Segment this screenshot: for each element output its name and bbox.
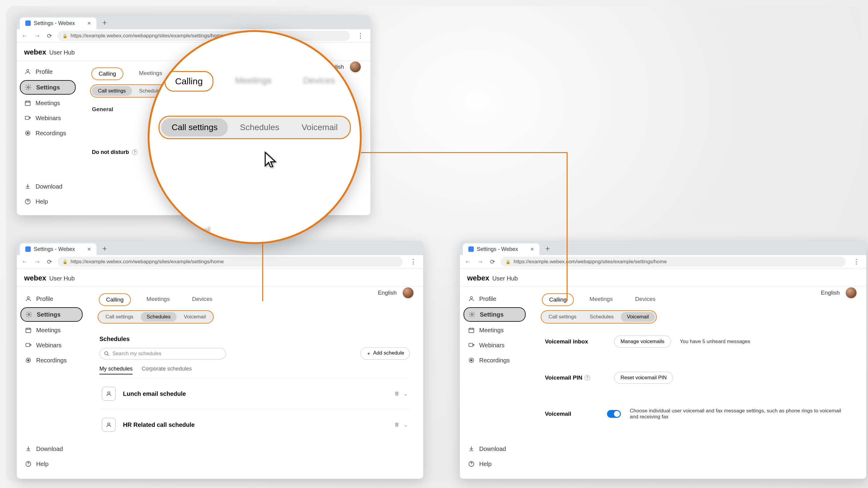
close-tab-icon[interactable]: ✕	[87, 21, 91, 26]
language-selector[interactable]: English	[821, 290, 840, 296]
schedule-name: Lunch email schedule	[123, 390, 186, 397]
sidebar-item-download[interactable]: Download	[464, 442, 526, 455]
browser-tab[interactable]: Settings - Webex ✕	[20, 18, 96, 29]
sidebar-item-profile[interactable]: Profile	[20, 65, 76, 78]
avatar[interactable]	[845, 287, 857, 299]
subtab-call-settings[interactable]: Call settings	[99, 312, 140, 322]
close-tab-icon[interactable]: ✕	[530, 247, 534, 252]
app-header: webex User Hub	[17, 268, 423, 287]
new-tab-button[interactable]: ＋	[101, 17, 108, 28]
browser-tab[interactable]: Settings - Webex ✕	[463, 243, 539, 255]
voicemail-toggle-row: Voicemail Choose individual user voicema…	[536, 396, 860, 432]
schedule-row[interactable]: Lunch email schedule 🗑⌄	[99, 378, 410, 409]
sidebar-item-profile[interactable]: Profile	[21, 292, 83, 305]
sidebar-label: Meetings	[36, 100, 60, 107]
browser-menu-button[interactable]: ⋮	[354, 31, 367, 41]
subtab-voicemail[interactable]: Voicemail	[291, 119, 348, 136]
tab-my-schedules[interactable]: My schedules	[99, 366, 133, 375]
voicemail-toggle[interactable]	[607, 410, 621, 418]
subtab-voicemail[interactable]: Voicemail	[178, 312, 212, 322]
info-icon[interactable]: ?	[132, 150, 137, 155]
subtab-voicemail[interactable]: Voicemail	[621, 312, 655, 322]
tab-calling[interactable]: Calling	[542, 293, 574, 306]
delete-icon[interactable]: 🗑	[395, 422, 399, 428]
schedule-row[interactable]: HR Related call schedule 🗑⌄	[99, 409, 410, 440]
add-schedule-button[interactable]: ＋Add schedule	[361, 347, 410, 360]
search-schedules-input[interactable]: Search my schedules	[99, 348, 226, 359]
subtab-call-settings[interactable]: Call settings	[542, 312, 583, 322]
svg-point-6	[27, 132, 29, 134]
reload-button[interactable]: ⟳	[46, 257, 53, 267]
sidebar-item-settings[interactable]: Settings	[20, 80, 76, 95]
tab-calling[interactable]: Calling	[99, 293, 131, 306]
sidebar-item-recordings[interactable]: Recordings	[464, 354, 526, 367]
forward-button[interactable]: →	[476, 257, 485, 266]
reset-pin-button[interactable]: Reset voicemail PIN	[614, 372, 673, 384]
sidebar-item-help[interactable]: Help	[21, 457, 83, 470]
chevron-down-icon[interactable]: ⌄	[404, 422, 407, 428]
sidebar-item-webinars[interactable]: Webinars	[20, 111, 76, 125]
add-label: Add schedule	[373, 350, 404, 357]
back-button[interactable]: ←	[21, 257, 29, 266]
forward-button[interactable]: →	[33, 257, 41, 266]
sidebar-item-help[interactable]: Help	[464, 457, 526, 470]
sidebar-item-webinars[interactable]: Webinars	[464, 338, 526, 352]
tab-devices[interactable]: Devices	[628, 293, 662, 306]
connector-line-to-voicemail-h	[361, 152, 567, 153]
tab-meetings[interactable]: Meetings	[140, 293, 176, 306]
sidebar-item-profile[interactable]: Profile	[464, 292, 526, 305]
tab-meetings[interactable]: Meetings	[132, 67, 169, 80]
address-bar[interactable]: 🔒 https://example.webex.com/webappng/sit…	[501, 257, 846, 267]
sidebar-item-meetings[interactable]: Meetings	[464, 324, 526, 337]
manage-voicemails-button[interactable]: Manage voicemails	[614, 335, 671, 348]
browser-menu-button[interactable]: ⋮	[850, 257, 863, 267]
sidebar-item-recordings[interactable]: Recordings	[20, 127, 76, 140]
new-tab-button[interactable]: ＋	[101, 243, 108, 254]
back-button[interactable]: ←	[21, 31, 29, 40]
tab-devices[interactable]: Devices	[185, 293, 219, 306]
language-selector[interactable]: English	[378, 290, 397, 296]
svg-rect-3	[25, 116, 29, 120]
close-tab-icon[interactable]: ✕	[87, 247, 91, 252]
sidebar-item-settings[interactable]: Settings	[464, 307, 526, 322]
address-bar[interactable]: 🔒 https://example.webex.com/webappng/sit…	[58, 31, 350, 41]
chevron-down-icon[interactable]: ⌄	[404, 391, 407, 397]
plus-icon: ＋	[366, 350, 371, 357]
svg-rect-21	[469, 328, 474, 333]
avatar[interactable]	[349, 61, 361, 73]
subtab-schedules[interactable]: Schedules	[584, 312, 620, 322]
svg-rect-11	[26, 344, 30, 347]
back-button[interactable]: ←	[464, 257, 472, 266]
new-tab-button[interactable]: ＋	[544, 243, 552, 254]
sidebar-item-download[interactable]: Download	[21, 442, 83, 455]
tab-calling[interactable]: Calling	[91, 67, 123, 80]
browser-toolbar: ← → ⟳ 🔒 https://example.webex.com/webapp…	[460, 255, 866, 268]
sidebar: Profile Settings Meetings Webinars Recor…	[17, 61, 79, 213]
subtab-call-settings[interactable]: Call settings	[161, 119, 228, 136]
sidebar-item-help[interactable]: Help	[20, 195, 76, 208]
download-icon	[468, 445, 475, 452]
avatar[interactable]	[402, 287, 414, 299]
sidebar-item-webinars[interactable]: Webinars	[21, 338, 83, 352]
address-bar[interactable]: 🔒 https://example.webex.com/webappng/sit…	[58, 257, 403, 267]
sidebar-item-recordings[interactable]: Recordings	[21, 354, 83, 367]
info-icon[interactable]: ?	[585, 375, 590, 381]
reload-button[interactable]: ⟳	[489, 257, 496, 267]
tab-meetings[interactable]: Meetings	[583, 293, 619, 306]
sidebar-item-download[interactable]: Download	[20, 180, 76, 193]
sidebar-item-meetings[interactable]: Meetings	[21, 324, 83, 337]
subtab-schedules[interactable]: Schedules	[141, 312, 177, 322]
sidebar-item-meetings[interactable]: Meetings	[20, 96, 76, 110]
forward-button[interactable]: →	[33, 31, 41, 40]
tab-corporate-schedules[interactable]: Corporate schedules	[142, 366, 192, 375]
subtab-call-settings[interactable]: Call settings	[92, 86, 132, 96]
browser-menu-button[interactable]: ⋮	[407, 257, 420, 267]
tab-calling[interactable]: Calling	[164, 71, 213, 92]
delete-icon[interactable]: 🗑	[395, 391, 399, 397]
reload-button[interactable]: ⟳	[46, 31, 53, 41]
sidebar-item-settings[interactable]: Settings	[21, 307, 83, 322]
browser-tab[interactable]: Settings - Webex ✕	[20, 243, 96, 255]
subtab-schedules[interactable]: Schedules	[230, 119, 290, 136]
sidebar-label: Download	[36, 183, 62, 190]
profile-icon	[25, 295, 32, 302]
